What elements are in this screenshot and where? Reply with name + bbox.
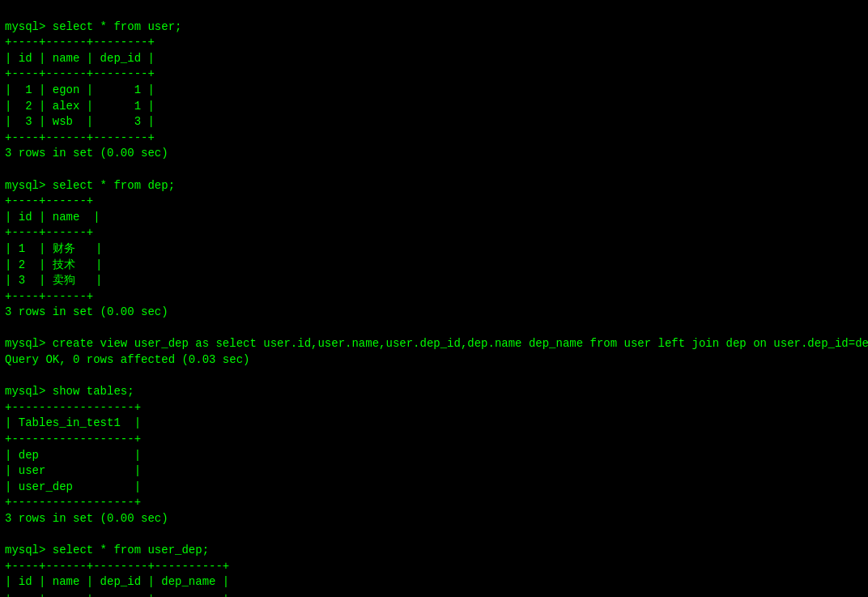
terminal-line-29: 3 rows in set (0.00 sec) bbox=[5, 512, 168, 525]
terminal-line-27: | user_dep | bbox=[5, 480, 141, 493]
terminal-line-11: +----+------+ bbox=[5, 194, 93, 207]
terminal-line-6: | 2 | alex | 1 | bbox=[5, 100, 155, 113]
terminal-line-3: | id | name | dep_id | bbox=[5, 52, 155, 65]
terminal-line-25: | dep | bbox=[5, 449, 141, 462]
terminal-line-5: | 1 | egon | 1 | bbox=[5, 83, 155, 96]
terminal-line-7: | 3 | wsb | 3 | bbox=[5, 115, 155, 128]
terminal-line-26: | user | bbox=[5, 464, 141, 477]
terminal-line-1: mysql> select * from user; bbox=[5, 20, 181, 33]
terminal-line-13: +----+------+ bbox=[5, 226, 93, 239]
terminal-line-8: +----+------+--------+ bbox=[5, 131, 155, 144]
terminal-line-22: +------------------+ bbox=[5, 401, 141, 414]
terminal-line-32: | id | name | dep_id | dep_name | bbox=[5, 575, 229, 588]
terminal-line-33: +----+------+--------+----------+ bbox=[5, 591, 229, 597]
terminal-line-9: 3 rows in set (0.00 sec) bbox=[5, 147, 168, 160]
terminal-line-4: +----+------+--------+ bbox=[5, 67, 155, 80]
terminal-output: mysql> select * from user; +----+------+… bbox=[5, 3, 863, 597]
terminal-line-24: +------------------+ bbox=[5, 433, 141, 446]
terminal-line-20: Query OK, 0 rows affected (0.03 sec) bbox=[5, 353, 249, 366]
terminal-line-19: mysql> create view user_dep as select us… bbox=[5, 337, 868, 350]
terminal-line-16: | 3 | 卖狗 | bbox=[5, 274, 102, 287]
terminal-line-17: +----+------+ bbox=[5, 290, 93, 303]
terminal-line-31: +----+------+--------+----------+ bbox=[5, 560, 229, 573]
terminal-line-12: | id | name | bbox=[5, 211, 100, 224]
terminal-line-18: 3 rows in set (0.00 sec) bbox=[5, 305, 168, 318]
terminal-line-15: | 2 | 技术 | bbox=[5, 258, 102, 271]
terminal-line-28: +------------------+ bbox=[5, 496, 141, 509]
terminal-line-10: mysql> select * from dep; bbox=[5, 179, 175, 192]
terminal-line-30: mysql> select * from user_dep; bbox=[5, 544, 209, 556]
terminal-line-21: mysql> show tables; bbox=[5, 385, 134, 398]
terminal-line-2: +----+------+--------+ bbox=[5, 36, 155, 49]
terminal-line-14: | 1 | 财务 | bbox=[5, 242, 102, 255]
terminal-line-23: | Tables_in_test1 | bbox=[5, 416, 141, 429]
